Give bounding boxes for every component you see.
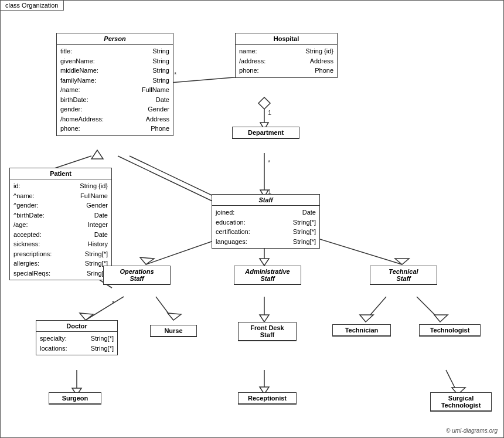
class-doctor-body: specialty:String[*] locations:String[*]: [36, 332, 117, 355]
svg-line-23: [366, 297, 386, 320]
class-person-header: Person: [57, 33, 173, 45]
diagram-title: class Organization: [1, 1, 64, 11]
svg-marker-14: [260, 259, 269, 266]
copyright: © uml-diagrams.org: [446, 427, 498, 434]
class-person: Person title:String givenName:String mid…: [56, 33, 173, 136]
class-technologist: Technologist: [419, 324, 481, 337]
svg-marker-26: [434, 315, 448, 322]
class-doctor-header: Doctor: [36, 321, 117, 332]
class-front-desk-staff: Front DeskStaff: [238, 322, 297, 341]
class-department: Department: [232, 127, 299, 139]
class-surgical-technologist: SurgicalTechnologist: [430, 392, 492, 412]
class-technologist-header: Technologist: [420, 325, 480, 336]
class-patient-body: id:String {id} ^name:FullName ^gender:Ge…: [10, 179, 111, 280]
class-hospital-header: Hospital: [236, 33, 337, 45]
class-technician: Technician: [332, 324, 391, 337]
class-nurse: Nurse: [150, 325, 197, 337]
class-surgical-technologist-header: SurgicalTechnologist: [431, 393, 491, 411]
svg-line-19: [156, 297, 173, 320]
class-technician-header: Technician: [333, 325, 390, 336]
mult-dept-asterisk: *: [268, 159, 270, 166]
class-technical-staff: TechnicalStaff: [370, 266, 437, 285]
class-staff: Staff joined:Date education:String[*] ce…: [212, 194, 320, 249]
class-operations-staff-header: OperationsStaff: [104, 266, 170, 284]
svg-marker-24: [360, 315, 373, 322]
svg-line-25: [417, 297, 440, 320]
svg-marker-6: [258, 97, 270, 109]
svg-marker-22: [260, 315, 269, 322]
class-front-desk-staff-header: Front DeskStaff: [239, 322, 296, 341]
class-patient-header: Patient: [10, 168, 111, 179]
class-hospital: Hospital name:String {id} /address:Addre…: [235, 33, 338, 78]
class-person-body: title:String givenName:String middleName…: [57, 45, 173, 135]
svg-marker-18: [80, 313, 93, 320]
svg-marker-12: [140, 257, 154, 264]
svg-marker-20: [168, 313, 181, 320]
class-receptionist-header: Receptionist: [239, 393, 296, 404]
class-receptionist: Receptionist: [238, 392, 297, 405]
class-staff-header: Staff: [212, 195, 319, 206]
class-doctor: Doctor specialty:String[*] locations:Str…: [36, 320, 118, 355]
class-staff-body: joined:Date education:String[*] certific…: [212, 206, 319, 248]
class-department-header: Department: [233, 127, 299, 138]
svg-marker-16: [395, 259, 409, 264]
svg-marker-4: [91, 150, 103, 159]
mult-ops-asterisk: *: [112, 300, 114, 307]
svg-line-31: [446, 370, 458, 393]
mult-person-hospital-left: *: [174, 71, 176, 78]
class-surgeon-header: Surgeon: [49, 393, 101, 404]
class-surgeon: Surgeon: [49, 392, 101, 405]
diagram-container: class Organization: [0, 0, 504, 438]
class-operations-staff: OperationsStaff: [103, 266, 171, 285]
class-administrative-staff: AdministrativeStaff: [234, 266, 301, 285]
class-patient: Patient id:String {id} ^name:FullName ^g…: [9, 168, 112, 280]
mult-hospital-dept: 1: [268, 109, 271, 116]
class-nurse-header: Nurse: [151, 325, 196, 337]
svg-line-17: [86, 297, 124, 320]
class-hospital-body: name:String {id} /address:Address phone:…: [236, 45, 337, 77]
class-technical-staff-header: TechnicalStaff: [370, 266, 437, 284]
class-administrative-staff-header: AdministrativeStaff: [234, 266, 301, 284]
svg-line-8: [171, 77, 241, 83]
